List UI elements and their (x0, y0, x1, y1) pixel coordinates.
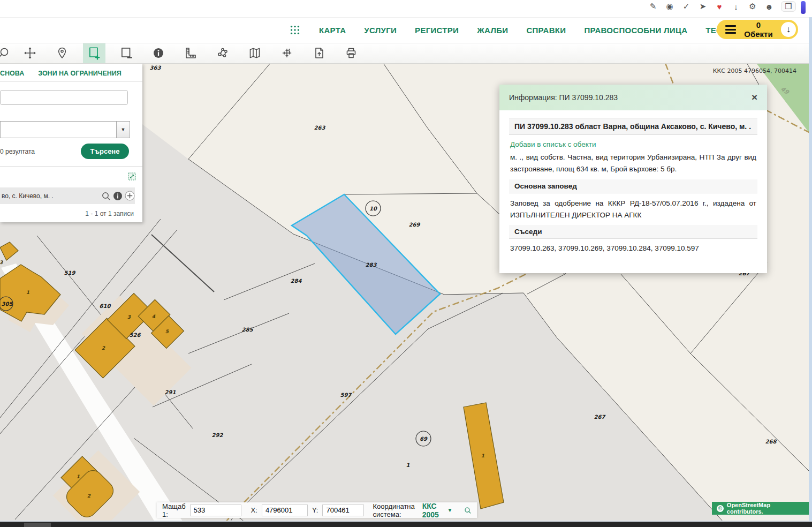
nav-item-zhalbi[interactable]: ЖАЛБИ (477, 26, 508, 35)
download-arrow-icon[interactable]: ↓ (781, 22, 796, 37)
search-input[interactable] (0, 90, 128, 105)
nav-item-spravki[interactable]: СПРАВКИ (526, 26, 566, 35)
svg-text:291: 291 (165, 389, 176, 395)
browser-toolbar: ✎ ◉ ✓ ➤ ♥ ↓ ⚙ ☻ ❒ (0, 0, 812, 18)
svg-text:610: 610 (100, 303, 111, 309)
camera-icon[interactable]: ◉ (665, 2, 674, 11)
chevron-down-icon[interactable]: ▼ (116, 122, 130, 138)
download-icon[interactable]: ↓ (731, 2, 741, 11)
parcel-description: м. ., вид собств. Частна, вид територия … (510, 152, 756, 175)
svg-text:4: 4 (152, 314, 156, 319)
pan-icon[interactable] (19, 43, 41, 63)
info-tool-icon[interactable] (147, 43, 170, 63)
search-panel: СНОВА ЗОНИ НА ОГРАНИЧЕНИЯ ▼ 0 резултата … (0, 63, 142, 222)
edit-icon[interactable]: ✎ (648, 2, 658, 11)
search-dropdown[interactable]: ▼ (0, 121, 130, 138)
crs-label: Координатна система: (373, 502, 418, 518)
nav-item-karta[interactable]: КАРТА (319, 26, 346, 35)
settings-icon[interactable]: ⚙ (748, 2, 757, 11)
divider (0, 166, 142, 167)
svg-text:519: 519 (64, 270, 76, 276)
print-icon[interactable] (340, 43, 362, 63)
svg-text:1: 1 (406, 462, 410, 468)
svg-text:3: 3 (0, 260, 3, 265)
select-rect-subtract-icon[interactable] (115, 43, 138, 63)
add-result-icon[interactable] (125, 191, 135, 201)
expand-results-icon[interactable] (128, 172, 136, 182)
measure-ruler-icon[interactable] (179, 43, 202, 63)
map-status-bar: Мащаб 1: X: Y: Координатна система: ККС … (157, 502, 477, 518)
neighbors-list: 37099.10.263, 37099.10.269, 37099.10.284… (510, 244, 756, 252)
select-rect-add-icon[interactable] (83, 43, 105, 63)
svg-text:1: 1 (77, 474, 80, 479)
svg-text:305: 305 (2, 301, 13, 307)
svg-text:2: 2 (87, 493, 91, 499)
scale-label: Мащаб 1: (162, 502, 186, 518)
crs-chevron-down-icon[interactable]: ▼ (447, 507, 452, 513)
svg-text:267: 267 (594, 414, 606, 420)
svg-text:3: 3 (127, 314, 131, 320)
tab-osnova[interactable]: СНОВА (0, 70, 24, 77)
neighbors-section-header: Съседи (509, 225, 757, 239)
map-toolbar (0, 43, 812, 64)
scrollbar-thumb[interactable] (24, 523, 51, 527)
svg-text:292: 292 (212, 432, 224, 438)
pagination-info: 1 - 1 от 1 записи (85, 210, 134, 217)
scale-input[interactable] (190, 505, 241, 516)
svg-text:285: 285 (242, 327, 254, 333)
shield-check-icon[interactable]: ✓ (681, 2, 691, 11)
browser-profile-badge[interactable] (801, 1, 806, 14)
svg-text:284: 284 (291, 278, 302, 284)
search-button[interactable]: Търсене (81, 144, 129, 159)
coordinates-grid-icon[interactable] (276, 43, 298, 63)
location-pin-icon[interactable] (51, 43, 73, 63)
result-row[interactable]: во, с. Кичево, м. . (0, 187, 135, 204)
result-info-icon[interactable] (113, 191, 123, 201)
order-text: Заповед за одобрение на КККР РД-18-57/05… (510, 198, 756, 221)
export-page-icon[interactable] (308, 43, 330, 63)
profile-icon[interactable]: ☻ (764, 2, 774, 11)
zoom-search-icon[interactable] (0, 43, 15, 63)
svg-text:363: 363 (150, 65, 162, 71)
x-input[interactable] (262, 505, 308, 516)
add-to-objects-link[interactable]: Добави в списък с обекти (510, 140, 757, 148)
svg-text:269: 269 (409, 222, 421, 228)
x-label: X: (251, 506, 257, 514)
nav-item-registri[interactable]: РЕГИСТРИ (415, 26, 459, 35)
svg-text:2: 2 (102, 345, 105, 351)
heart-icon[interactable]: ♥ (715, 2, 724, 11)
svg-text:69: 69 (420, 436, 428, 442)
extension-icon[interactable]: ❒ (781, 1, 796, 12)
y-input[interactable] (322, 505, 364, 516)
y-label: Y: (312, 506, 318, 514)
osm-attribution: © OpenStreetMap contributors. (712, 502, 812, 515)
dropdown-value (1, 122, 116, 138)
svg-text:597: 597 (340, 392, 352, 398)
send-icon[interactable]: ➤ (698, 2, 708, 11)
svg-text:526: 526 (130, 332, 141, 338)
crs-value[interactable]: ККС 2005 (422, 502, 443, 519)
map-sheets-icon[interactable] (244, 43, 266, 63)
svg-text:1: 1 (481, 453, 484, 458)
svg-text:263: 263 (314, 125, 326, 131)
svg-text:10: 10 (369, 206, 377, 212)
osm-attribution-text[interactable]: OpenStreetMap contributors. (727, 502, 807, 515)
menu-icon (725, 25, 736, 34)
coordinate-search-icon[interactable] (464, 505, 472, 516)
main-navigation: КАРТА УСЛУГИ РЕГИСТРИ ЖАЛБИ СПРАВКИ ПРАВ… (0, 17, 812, 43)
nav-item-pravosposobni-litsa[interactable]: ПРАВОСПОСОБНИ ЛИЦА (584, 26, 687, 35)
nav-item-uslugi[interactable]: УСЛУГИ (364, 26, 397, 35)
close-icon[interactable]: × (752, 92, 757, 103)
parcel-heading: ПИ 37099.10.283 област Варна, община Акс… (509, 118, 757, 135)
objects-list-button[interactable]: 0 Обекти ↓ (717, 20, 798, 39)
measure-polygon-icon[interactable] (211, 43, 234, 63)
bottom-scrollbar[interactable] (0, 521, 812, 527)
tab-zoni-na-ogranicheniya[interactable]: ЗОНИ НА ОГРАНИЧЕНИЯ (38, 70, 122, 77)
svg-text:283: 283 (366, 262, 377, 268)
window-right-edge (809, 17, 812, 521)
cursor-coordinates-label: ККС 2005 4796054, 700414 (713, 67, 796, 74)
apps-grid-icon[interactable] (289, 24, 301, 36)
svg-text:1: 1 (26, 290, 29, 295)
zoom-to-result-icon[interactable] (101, 191, 111, 201)
svg-text:268: 268 (765, 439, 777, 445)
